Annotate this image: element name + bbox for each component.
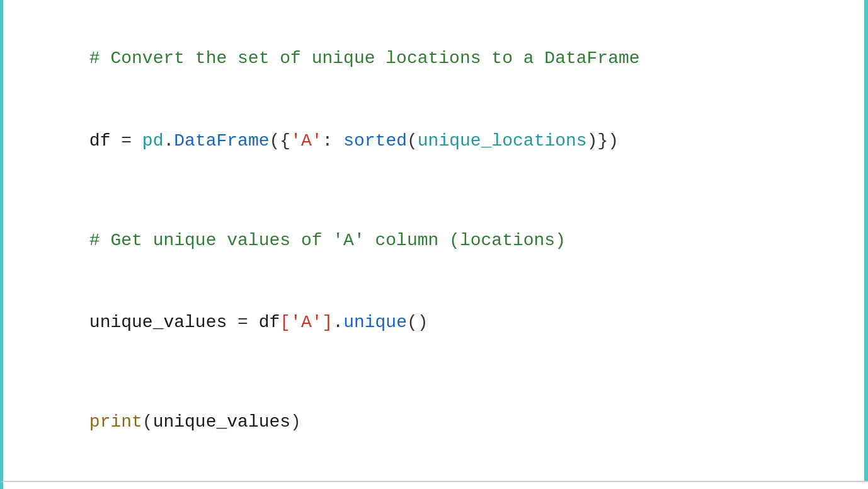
output-section: ['India' 'America' 'West' 'Puri' 'Orissa…	[0, 482, 868, 489]
code-comment-1: # Convert the set of unique locations to…	[26, 18, 845, 100]
close-paren-1: )	[608, 131, 619, 151]
open-paren-2: (	[407, 131, 418, 151]
print-close: )	[290, 412, 301, 432]
var-df: df	[89, 131, 111, 151]
bracket-A: ['A']	[280, 313, 333, 332]
colon-1: :	[323, 131, 344, 151]
code-line-unique-values: unique_values = df['A'].unique()	[26, 282, 845, 364]
brace-1: {	[280, 131, 290, 151]
unique-locations-var: unique_locations	[418, 131, 587, 151]
unique-parens: ()	[407, 313, 428, 332]
var-unique-values: unique_values	[89, 313, 227, 332]
comment-text-2: # Get unique values of 'A' column (locat…	[89, 231, 566, 250]
spacer-1	[26, 181, 845, 199]
code-comment-2: # Get unique values of 'A' column (locat…	[26, 199, 845, 281]
eq-1: =	[110, 131, 142, 151]
unique-method: unique	[343, 313, 407, 332]
code-line-df: df = pd.DataFrame({'A': sorted(unique_lo…	[26, 100, 845, 181]
dot-2: .	[333, 313, 343, 332]
print-open: (	[142, 412, 153, 432]
code-line-print: print(unique_values)	[26, 381, 845, 463]
brace-2: }	[597, 131, 608, 151]
sorted-func: sorted	[343, 131, 407, 151]
string-A: 'A'	[290, 131, 322, 151]
close-paren-2: )	[587, 131, 598, 151]
open-paren-1: (	[270, 131, 280, 151]
comment-text-1: # Convert the set of unique locations to…	[89, 49, 640, 68]
spacer-2	[26, 364, 845, 381]
print-arg: unique_values	[153, 412, 290, 432]
main-container: # Convert the set of unique locations to…	[0, 0, 868, 489]
print-keyword: print	[89, 412, 142, 432]
pd-attr: pd	[142, 131, 164, 151]
eq-2: =	[227, 313, 258, 332]
dataframe-func: DataFrame	[174, 131, 269, 151]
code-section: # Convert the set of unique locations to…	[0, 0, 868, 482]
var-df-2: df	[259, 313, 280, 332]
dot-1: .	[163, 131, 174, 151]
